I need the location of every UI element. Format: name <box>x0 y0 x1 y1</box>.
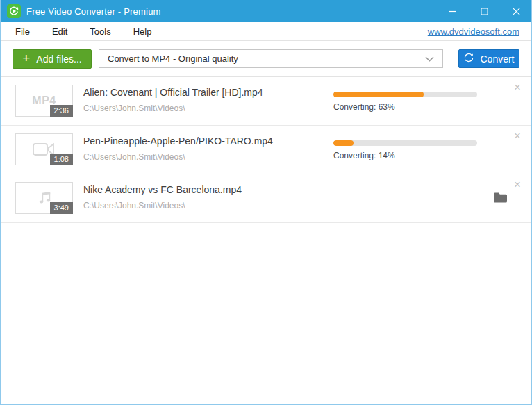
convert-button[interactable]: Convert <box>458 49 519 68</box>
file-path: C:\Users\John.Smit\Videos\ <box>83 104 185 113</box>
add-files-button[interactable]: + Add files... <box>13 49 92 69</box>
file-row: MP4 2:36 Alien: Covenant | Official Trai… <box>1 77 531 126</box>
file-list: MP4 2:36 Alien: Covenant | Official Trai… <box>1 77 531 223</box>
file-thumbnail: 1:08 <box>15 133 73 165</box>
chevron-down-icon <box>425 56 434 62</box>
titlebar: Free Video Converter - Premium <box>0 0 532 22</box>
convert-label: Convert <box>480 53 514 65</box>
preset-dropdown[interactable]: Convert to MP4 - Original quality <box>99 49 443 68</box>
progress-bar <box>333 92 477 97</box>
close-button[interactable] <box>500 0 532 22</box>
app-logo-icon <box>7 4 21 18</box>
remove-file-icon[interactable]: × <box>511 179 524 191</box>
website-link[interactable]: www.dvdvideosoft.com <box>428 26 519 37</box>
duration-badge: 1:08 <box>50 154 73 165</box>
duration-badge: 3:49 <box>50 202 73 214</box>
menubar: File Edit Tools Help www.dvdvideosoft.co… <box>1 22 531 41</box>
status-text: Converting: 63% <box>333 102 395 112</box>
add-files-label: Add files... <box>36 53 81 65</box>
menu-edit[interactable]: Edit <box>52 26 67 37</box>
minimize-button[interactable] <box>436 0 468 22</box>
preset-value: Convert to MP4 - Original quality <box>108 53 238 64</box>
window-title: Free Video Converter - Premium <box>26 6 161 17</box>
open-folder-icon[interactable] <box>494 192 507 203</box>
file-thumbnail: MP4 2:36 <box>15 85 73 117</box>
window-controls <box>436 0 532 22</box>
progress-bar <box>333 140 477 146</box>
toolbar: + Add files... Convert to MP4 - Original… <box>1 41 531 77</box>
menu-file[interactable]: File <box>15 26 30 37</box>
maximize-button[interactable] <box>468 0 500 22</box>
duration-badge: 2:36 <box>50 105 73 117</box>
file-name: Pen-Pineapple-Apple-Pen/PIKO-TARO.mp4 <box>83 135 273 147</box>
remove-file-icon[interactable]: × <box>511 81 524 94</box>
plus-icon: + <box>22 51 30 65</box>
refresh-icon <box>463 52 474 65</box>
file-name: Alien: Covenant | Official Trailer [HD].… <box>83 87 263 98</box>
file-row: 3:49 Nike Academy vs FC Barcelona.mp4 C:… <box>1 174 531 223</box>
file-path: C:\Users\John.Smit\Videos\ <box>83 201 185 210</box>
file-name: Nike Academy vs FC Barcelona.mp4 <box>83 184 242 195</box>
file-thumbnail: 3:49 <box>15 182 73 214</box>
progress-fill <box>333 92 424 97</box>
progress-fill <box>333 140 354 146</box>
menu-help[interactable]: Help <box>133 26 152 37</box>
menu-tools[interactable]: Tools <box>90 26 110 37</box>
status-text: Converting: 14% <box>333 151 395 160</box>
file-path: C:\Users\John.Smit\Videos\ <box>83 152 185 162</box>
app-window: Free Video Converter - Premium File Edit… <box>0 0 532 405</box>
remove-file-icon[interactable]: × <box>511 130 524 142</box>
file-row: 1:08 Pen-Pineapple-Apple-Pen/PIKO-TARO.m… <box>1 126 531 174</box>
